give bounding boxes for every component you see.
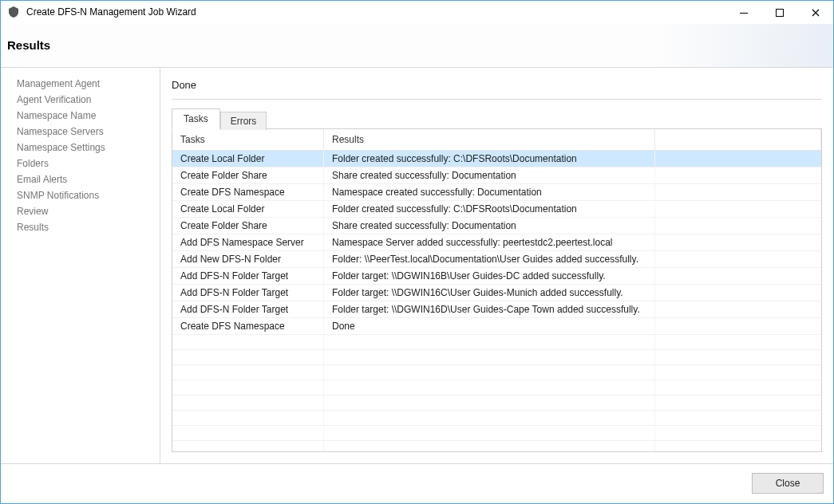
cell-extra bbox=[655, 201, 821, 217]
table-row[interactable]: Add DFS-N Folder TargetFolder target: \\… bbox=[172, 285, 821, 301]
close-icon bbox=[811, 8, 820, 18]
cell-result: Folder: \\PeerTest.local\Documentation\U… bbox=[324, 251, 655, 267]
cell-extra bbox=[655, 301, 821, 317]
cell-extra bbox=[655, 285, 821, 301]
sidebar-item-namespace-servers[interactable]: Namespace Servers bbox=[1, 124, 160, 140]
cell-extra bbox=[655, 268, 821, 284]
main-panel: Done Tasks Errors Tasks Results Create L… bbox=[160, 68, 833, 463]
cell-result: Folder target: \\DGWIN16B\User Guides-DC… bbox=[324, 268, 655, 284]
close-window-button[interactable] bbox=[797, 1, 833, 25]
table-row-empty bbox=[172, 411, 821, 426]
column-header-tasks[interactable]: Tasks bbox=[172, 129, 324, 150]
cell-extra bbox=[655, 251, 821, 267]
table-row[interactable]: Create Local FolderFolder created succes… bbox=[172, 201, 821, 218]
table-row[interactable]: Add DFS Namespace ServerNamespace Server… bbox=[172, 234, 821, 251]
cell-task: Add DFS-N Folder Target bbox=[172, 268, 324, 284]
table-row[interactable]: Create DFS NamespaceNamespace created su… bbox=[172, 184, 821, 201]
app-icon bbox=[7, 6, 20, 18]
table-row[interactable]: Add New DFS-N FolderFolder: \\PeerTest.l… bbox=[172, 251, 821, 268]
table-row-empty bbox=[172, 380, 821, 396]
sidebar-item-snmp-notifications[interactable]: SNMP Notifications bbox=[1, 187, 160, 203]
cell-extra bbox=[655, 218, 821, 234]
cell-result: Namespace created successfully: Document… bbox=[324, 184, 655, 200]
cell-result: Folder created successfully: C:\DFSRoots… bbox=[324, 201, 655, 217]
sidebar-item-email-alerts[interactable]: Email Alerts bbox=[1, 171, 160, 187]
cell-task: Add DFS Namespace Server bbox=[172, 234, 324, 250]
wizard-header: Results bbox=[1, 24, 833, 68]
table-row[interactable]: Add DFS-N Folder TargetFolder target: \\… bbox=[172, 268, 821, 285]
table-row-empty bbox=[172, 365, 821, 380]
cell-task: Add DFS-N Folder Target bbox=[172, 285, 324, 301]
cell-result: Folder target: \\DGWIN16C\User Guides-Mu… bbox=[324, 285, 655, 301]
sidebar-item-namespace-settings[interactable]: Namespace Settings bbox=[1, 140, 160, 156]
column-header-results[interactable]: Results bbox=[324, 129, 655, 150]
cell-task: Create DFS Namespace bbox=[172, 184, 324, 200]
cell-extra bbox=[655, 234, 821, 250]
cell-task: Add New DFS-N Folder bbox=[172, 251, 324, 267]
sidebar-item-management-agent[interactable]: Management Agent bbox=[1, 76, 160, 92]
sidebar-item-results[interactable]: Results bbox=[1, 219, 160, 235]
column-header-extra[interactable] bbox=[655, 129, 821, 150]
window-frame: Create DFS-N Management Job Wizard Resul… bbox=[0, 0, 834, 504]
page-title: Results bbox=[7, 38, 50, 52]
cell-result: Done bbox=[324, 318, 655, 334]
tab-errors[interactable]: Errors bbox=[220, 112, 267, 130]
section-separator bbox=[172, 99, 822, 100]
sidebar-item-review[interactable]: Review bbox=[1, 203, 160, 219]
cell-task: Create Folder Share bbox=[172, 218, 324, 234]
table-row[interactable]: Add DFS-N Folder TargetFolder target: \\… bbox=[172, 301, 821, 318]
grid-body[interactable]: Create Local FolderFolder created succes… bbox=[172, 151, 821, 451]
sidebar-item-namespace-name[interactable]: Namespace Name bbox=[1, 108, 160, 124]
footer: Close bbox=[1, 464, 833, 503]
body: Management Agent Agent Verification Name… bbox=[1, 68, 833, 464]
tasks-panel: Tasks Results Create Local FolderFolder … bbox=[172, 128, 822, 452]
cell-task: Create Local Folder bbox=[172, 151, 324, 167]
cell-task: Add DFS-N Folder Target bbox=[172, 301, 324, 317]
table-row-empty bbox=[172, 441, 821, 451]
table-row[interactable]: Create Local FolderFolder created succes… bbox=[172, 151, 821, 167]
cell-task: Create DFS Namespace bbox=[172, 318, 324, 334]
section-label: Done bbox=[172, 79, 822, 91]
svg-rect-0 bbox=[740, 13, 748, 14]
cell-result: Share created successfully: Documentatio… bbox=[324, 167, 655, 183]
wizard-steps-sidebar: Management Agent Agent Verification Name… bbox=[1, 68, 160, 463]
table-row-empty bbox=[172, 426, 821, 441]
grid-header: Tasks Results bbox=[172, 129, 821, 151]
table-row-empty bbox=[172, 350, 821, 365]
cell-extra bbox=[655, 151, 821, 167]
maximize-icon bbox=[775, 8, 785, 18]
titlebar: Create DFS-N Management Job Wizard bbox=[1, 1, 833, 24]
svg-rect-1 bbox=[776, 10, 783, 17]
cell-result: Namespace Server added successfully: pee… bbox=[324, 234, 655, 250]
cell-extra bbox=[655, 184, 821, 200]
table-row[interactable]: Create Folder ShareShare created success… bbox=[172, 167, 821, 184]
cell-result: Share created successfully: Documentatio… bbox=[324, 218, 655, 234]
cell-result: Folder target: \\DGWIN16D\User Guides-Ca… bbox=[324, 301, 655, 317]
table-row[interactable]: Create Folder ShareShare created success… bbox=[172, 218, 821, 234]
table-row-empty bbox=[172, 335, 821, 350]
maximize-button[interactable] bbox=[761, 1, 797, 25]
tab-tasks[interactable]: Tasks bbox=[172, 108, 220, 129]
cell-task: Create Folder Share bbox=[172, 167, 324, 183]
table-row[interactable]: Create DFS NamespaceDone bbox=[172, 318, 821, 335]
window-controls bbox=[725, 1, 833, 25]
table-row-empty bbox=[172, 396, 821, 411]
cell-task: Create Local Folder bbox=[172, 201, 324, 217]
window-title: Create DFS-N Management Job Wizard bbox=[26, 6, 196, 18]
sidebar-item-agent-verification[interactable]: Agent Verification bbox=[1, 92, 160, 108]
sidebar-item-folders[interactable]: Folders bbox=[1, 156, 160, 171]
cell-extra bbox=[655, 318, 821, 334]
minimize-button[interactable] bbox=[725, 1, 761, 25]
cell-result: Folder created successfully: C:\DFSRoots… bbox=[324, 151, 655, 167]
close-button[interactable]: Close bbox=[752, 473, 824, 494]
cell-extra bbox=[655, 167, 821, 183]
tabs-bar: Tasks Errors bbox=[172, 108, 822, 128]
minimize-icon bbox=[739, 8, 749, 18]
